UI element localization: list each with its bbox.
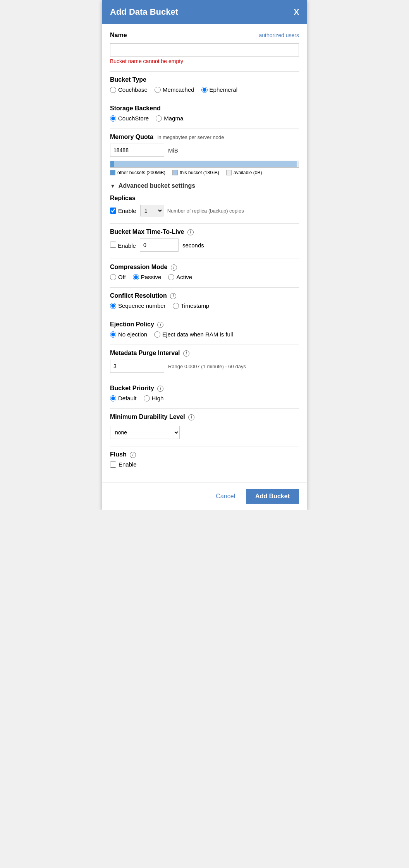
- bucket-priority-options: Default High: [110, 395, 299, 401]
- divider-1: [110, 71, 299, 72]
- compression-info-icon: i: [171, 264, 177, 271]
- replicas-count-select[interactable]: 1 2 3: [140, 205, 163, 216]
- ejection-policy-title: Ejection Policy: [110, 321, 154, 328]
- flush-enable-checkbox[interactable]: [110, 461, 116, 468]
- replicas-enable-label[interactable]: Enable: [110, 208, 136, 214]
- ejection-full[interactable]: Eject data when RAM is full: [154, 331, 233, 338]
- compression-section: Compression Mode i Off Passive Active: [110, 264, 299, 280]
- authorized-users-link[interactable]: authorized users: [259, 32, 299, 38]
- bucket-type-label: Bucket Type: [110, 76, 299, 83]
- metadata-purge-range: Range 0.0007 (1 minute) - 60 days: [168, 364, 246, 369]
- metadata-purge-label: Metadata Purge Interval i: [110, 350, 299, 357]
- divider-5: [110, 259, 299, 259]
- replicas-row: Enable 1 2 3 Number of replica (backup) …: [110, 205, 299, 216]
- compression-active[interactable]: Active: [168, 274, 192, 280]
- legend-other-color: [110, 170, 115, 175]
- advanced-toggle[interactable]: ▼ Advanced bucket settings: [110, 182, 299, 189]
- metadata-purge-input[interactable]: [110, 360, 164, 373]
- priority-high-label: High: [152, 395, 164, 401]
- divider-4: [110, 223, 299, 224]
- flush-enable-text: Enable: [119, 461, 137, 468]
- ttl-enable-checkbox[interactable]: [110, 242, 116, 248]
- bucket-type-memcached-label: Memcached: [163, 86, 194, 93]
- bucket-type-ephemeral-label: Ephemeral: [210, 86, 238, 93]
- storage-magma[interactable]: Magma: [156, 115, 183, 122]
- advanced-toggle-label: Advanced bucket settings: [119, 182, 195, 189]
- divider-11: [110, 446, 299, 446]
- ejection-none[interactable]: No ejection: [110, 331, 147, 338]
- bucket-type-options: Couchbase Memcached Ephemeral: [110, 86, 299, 93]
- compression-active-label: Active: [176, 274, 192, 280]
- legend-this: this bucket (18GiB): [172, 170, 219, 175]
- conflict-resolution-info-icon: i: [170, 293, 176, 299]
- storage-couchstore[interactable]: CouchStore: [110, 115, 149, 122]
- compression-options: Off Passive Active: [110, 274, 299, 280]
- memory-input-row: MiB: [110, 144, 299, 157]
- replicas-enable-checkbox[interactable]: [110, 208, 116, 214]
- ejection-policy-section: Ejection Policy i No ejection Eject data…: [110, 321, 299, 338]
- compression-passive-label: Passive: [141, 274, 162, 280]
- bar-available: [297, 161, 299, 167]
- bucket-priority-title: Bucket Priority: [110, 385, 154, 391]
- ttl-label: Bucket Max Time-To-Live i: [110, 228, 299, 235]
- mib-label: MiB: [168, 147, 178, 154]
- flush-label: Flush i: [110, 451, 299, 458]
- cancel-button[interactable]: Cancel: [210, 489, 241, 504]
- bucket-priority-label: Bucket Priority i: [110, 385, 299, 392]
- memory-bar: [110, 161, 299, 168]
- ttl-section: Bucket Max Time-To-Live i Enable seconds: [110, 228, 299, 252]
- bucket-type-section: Bucket Type Couchbase Memcached Ephemera…: [110, 76, 299, 93]
- metadata-purge-section: Metadata Purge Interval i Range 0.0007 (…: [110, 350, 299, 373]
- flush-info-icon: i: [130, 452, 136, 458]
- compression-title: Compression Mode: [110, 264, 167, 270]
- compression-label: Compression Mode i: [110, 264, 299, 271]
- conflict-resolution-label: Conflict Resolution i: [110, 292, 299, 299]
- ttl-title: Bucket Max Time-To-Live: [110, 228, 184, 235]
- legend-other-label: other buckets (200MiB): [117, 170, 165, 175]
- memory-quota-section: Memory Quota in megabytes per server nod…: [110, 134, 299, 175]
- ejection-policy-options: No ejection Eject data when RAM is full: [110, 331, 299, 338]
- durability-select[interactable]: none majority majorityAndPersistActive p…: [110, 426, 180, 439]
- bucket-type-ephemeral[interactable]: Ephemeral: [201, 86, 238, 93]
- compression-passive[interactable]: Passive: [133, 274, 162, 280]
- divider-10: [110, 408, 299, 409]
- dialog-header: Add Data Bucket X: [102, 0, 307, 24]
- bucket-type-couchbase[interactable]: Couchbase: [110, 86, 148, 93]
- close-button[interactable]: X: [294, 8, 299, 17]
- legend-available-color: [226, 170, 232, 175]
- durability-info-icon: i: [188, 414, 194, 420]
- divider-6: [110, 287, 299, 288]
- memory-quota-input[interactable]: [110, 144, 164, 157]
- arrow-down-icon: ▼: [110, 183, 115, 189]
- legend-this-color: [172, 170, 178, 175]
- bucket-type-memcached[interactable]: Memcached: [155, 86, 194, 93]
- divider-8: [110, 345, 299, 345]
- metadata-purge-info-icon: i: [183, 350, 189, 357]
- metadata-purge-title: Metadata Purge Interval: [110, 350, 180, 356]
- ttl-value-input[interactable]: [140, 238, 179, 252]
- compression-off[interactable]: Off: [110, 274, 126, 280]
- bucket-type-couchbase-label: Couchbase: [118, 86, 148, 93]
- metadata-purge-row: Range 0.0007 (1 minute) - 60 days: [110, 360, 299, 373]
- divider-9: [110, 380, 299, 380]
- conflict-timestamp[interactable]: Timestamp: [173, 302, 210, 309]
- memory-quota-inline: in megabytes per server node: [157, 134, 224, 140]
- priority-default[interactable]: Default: [110, 395, 137, 401]
- bucket-name-input[interactable]: [110, 43, 299, 57]
- conflict-sequence-label: Sequence number: [118, 302, 166, 309]
- flush-row: Enable: [110, 461, 299, 468]
- ejection-policy-info-icon: i: [157, 322, 163, 328]
- add-bucket-button[interactable]: Add Bucket: [246, 489, 299, 504]
- storage-backend-label: Storage Backend: [110, 105, 299, 112]
- bar-this: [114, 161, 297, 167]
- legend-available-label: available (0B): [234, 170, 262, 175]
- legend-other: other buckets (200MiB): [110, 170, 165, 175]
- bucket-priority-section: Bucket Priority i Default High: [110, 385, 299, 401]
- memory-quota-label: Memory Quota in megabytes per server nod…: [110, 134, 299, 141]
- ejection-full-label: Eject data when RAM is full: [162, 331, 233, 338]
- storage-magma-label: Magma: [164, 115, 183, 122]
- flush-enable-label[interactable]: Enable: [110, 461, 137, 468]
- conflict-sequence[interactable]: Sequence number: [110, 302, 166, 309]
- priority-high[interactable]: High: [144, 395, 164, 401]
- ttl-enable-label[interactable]: Enable: [110, 242, 136, 249]
